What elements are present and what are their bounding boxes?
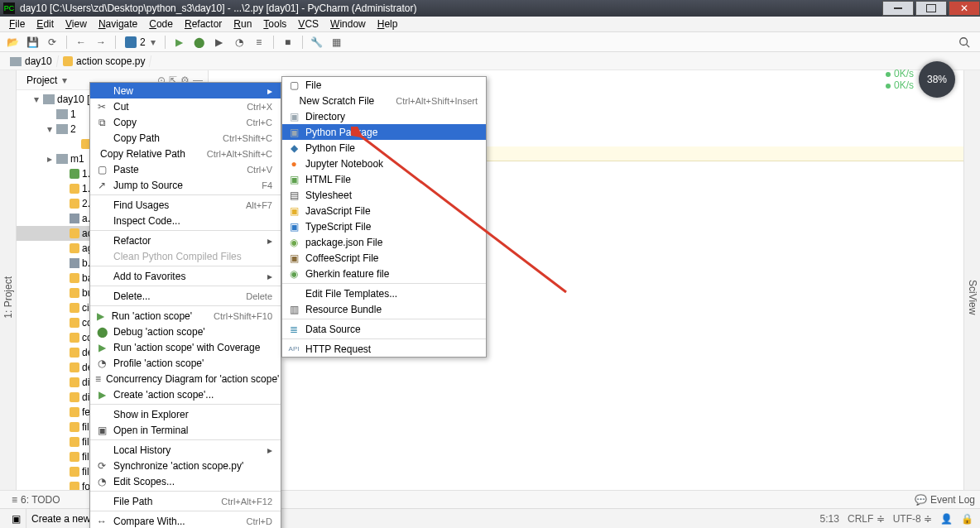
menu-item[interactable]: Find UsagesAlt+F7 <box>90 197 281 213</box>
line-ending[interactable]: CRLF ≑ <box>848 513 885 525</box>
app-icon: PC <box>3 2 15 14</box>
sync-button[interactable]: ⟳ <box>43 34 61 50</box>
menu-item[interactable]: ▥Resource Bundle <box>282 301 486 317</box>
search-everywhere-button[interactable] <box>955 34 973 50</box>
menu-item[interactable]: ▶Run 'action scope' with Coverage <box>90 339 281 355</box>
menu-item[interactable]: ✂CutCtrl+X <box>90 98 281 114</box>
coverage-button[interactable]: ▶ <box>210 34 228 50</box>
menu-item[interactable]: ≣Data Source <box>282 321 486 337</box>
menu-item[interactable]: ◔Profile 'action scope' <box>90 355 281 371</box>
menu-item[interactable]: ▢PasteCtrl+V <box>90 161 281 177</box>
menu-icon: ◔ <box>95 476 108 487</box>
sciview-tool-button[interactable]: SciView <box>965 273 980 321</box>
menu-item[interactable]: New Scratch FileCtrl+Alt+Shift+Insert <box>282 93 486 108</box>
menu-item[interactable]: Inspect Code... <box>90 213 281 228</box>
lock-icon[interactable]: 🔒 <box>961 513 973 525</box>
menu-item[interactable]: ●Jupyter Notebook <box>282 156 486 171</box>
menu-item[interactable]: ▤Stylesheet <box>282 187 486 203</box>
py-icon <box>70 348 79 358</box>
menu-navigate[interactable]: Navigate <box>93 17 143 31</box>
menu-item[interactable]: ▣TypeScript File <box>282 218 486 234</box>
open-button[interactable]: 📂 <box>3 34 22 50</box>
toolwindows-icon[interactable]: ▣ <box>12 513 21 525</box>
py-icon <box>70 273 79 283</box>
context-menu-primary[interactable]: New▸✂CutCtrl+X⧉CopyCtrl+CCopy PathCtrl+S… <box>89 82 281 528</box>
breadcrumb[interactable]: action scope.py <box>56 55 151 67</box>
menu-item[interactable]: Local History▸ <box>90 442 281 458</box>
menu-item[interactable]: File PathCtrl+Alt+F12 <box>90 493 281 509</box>
menu-view[interactable]: View <box>60 17 93 31</box>
menu-help[interactable]: Help <box>372 17 404 31</box>
menu-tools[interactable]: Tools <box>257 17 292 31</box>
menu-window[interactable]: Window <box>324 17 372 31</box>
menu-item[interactable]: ▣HTML File <box>282 171 486 187</box>
menu-item[interactable]: ↗Jump to SourceF4 <box>90 177 281 193</box>
menu-icon: ↗ <box>95 180 108 191</box>
menu-item[interactable]: ⧉CopyCtrl+C <box>90 114 281 130</box>
menu-edit[interactable]: Edit <box>31 17 60 31</box>
encoding[interactable]: UTF-8 ≑ <box>893 513 932 525</box>
inspections-icon[interactable]: 👤 <box>940 513 953 525</box>
structure-tool-button[interactable]: 7: Structure <box>0 265 1 329</box>
menu-item[interactable]: ◔Edit Scopes... <box>90 473 281 489</box>
stop-button[interactable]: ■ <box>279 34 297 50</box>
menu-item[interactable]: ▶Create 'action scope'... <box>90 386 281 402</box>
menu-item[interactable]: Copy Relative PathCtrl+Alt+Shift+C <box>90 146 281 161</box>
forward-button[interactable]: → <box>92 34 110 50</box>
menu-icon: ▣ <box>287 174 300 185</box>
python-icon <box>63 56 73 66</box>
menu-item[interactable]: ▣Python Package <box>282 124 486 140</box>
settings-button[interactable]: 🔧 <box>308 34 326 50</box>
menu-refactor[interactable]: Refactor <box>179 17 228 31</box>
menu-item[interactable]: New▸ <box>90 83 281 98</box>
menu-item[interactable]: ▢File <box>282 77 486 93</box>
project-tool-button[interactable]: 1: Project <box>1 270 16 325</box>
menu-run[interactable]: Run <box>228 17 257 31</box>
caret-position[interactable]: 5:13 <box>820 513 839 525</box>
menu-item[interactable]: ▣JavaScript File <box>282 203 486 218</box>
context-menu-new[interactable]: ▢FileNew Scratch FileCtrl+Alt+Shift+Inse… <box>281 76 487 358</box>
menu-item[interactable]: Refactor▸ <box>90 233 281 248</box>
menu-code[interactable]: Code <box>143 17 179 31</box>
menu-icon: ≣ <box>287 324 300 335</box>
profile-button[interactable]: ◔ <box>230 34 248 50</box>
menu-icon: ⧉ <box>95 117 108 128</box>
menu-item[interactable]: Add to Favorites▸ <box>90 268 281 284</box>
menu-item[interactable]: ↔Compare With...Ctrl+D <box>90 513 281 528</box>
event-log-button[interactable]: 💬 Event Log <box>915 494 975 506</box>
close-button[interactable]: ✕ <box>949 1 980 16</box>
minimize-button[interactable] <box>882 1 914 16</box>
concurrency-button[interactable]: ≡ <box>250 34 268 50</box>
todo-tool-button[interactable]: ≡ 6: TODO <box>5 491 67 508</box>
menu-item[interactable]: Clean Python Compiled Files <box>90 248 281 264</box>
maximize-button[interactable] <box>915 1 947 16</box>
menu-item[interactable]: ≡Concurrency Diagram for 'action scope' <box>90 371 281 386</box>
menu-icon: ◉ <box>287 237 300 248</box>
menu-item[interactable]: ◉Gherkin feature file <box>282 266 486 281</box>
menu-item[interactable]: ◆Python File <box>282 140 486 156</box>
menu-item[interactable]: Copy PathCtrl+Shift+C <box>90 130 281 146</box>
menu-item[interactable]: ▶Run 'action scope'Ctrl+Shift+F10 <box>90 308 281 324</box>
run-config-select[interactable]: 2 ▾ <box>121 35 160 50</box>
menu-item[interactable]: ▣Open in Terminal <box>90 422 281 438</box>
debug-button[interactable]: ⬤ <box>190 34 209 50</box>
project-structure-button[interactable]: ▦ <box>328 34 346 50</box>
menu-item[interactable]: ⟳Synchronize 'action scope.py' <box>90 458 281 473</box>
menu-item[interactable]: ▣CoffeeScript File <box>282 250 486 266</box>
menu-item[interactable]: ⬤Debug 'action scope' <box>90 324 281 339</box>
menu-item[interactable]: ▣Directory <box>282 108 486 124</box>
menu-item[interactable]: ◉package.json File <box>282 234 486 250</box>
breadcrumb[interactable]: day10 <box>4 55 59 67</box>
save-button[interactable]: 💾 <box>23 34 41 50</box>
menu-vcs[interactable]: VCS <box>292 17 324 31</box>
menu-icon: ▣ <box>287 221 300 233</box>
back-button[interactable]: ← <box>72 34 90 50</box>
menu-item[interactable]: Edit File Templates... <box>282 286 486 301</box>
menu-icon: ◔ <box>95 358 108 369</box>
run-button[interactable]: ▶ <box>171 34 189 50</box>
menu-item[interactable]: Show in Explorer <box>90 406 281 422</box>
py-icon <box>70 333 79 343</box>
menu-file[interactable]: File <box>3 17 31 31</box>
menu-item[interactable]: Delete...Delete <box>90 288 281 304</box>
menu-item[interactable]: APIHTTP Request <box>282 341 486 357</box>
